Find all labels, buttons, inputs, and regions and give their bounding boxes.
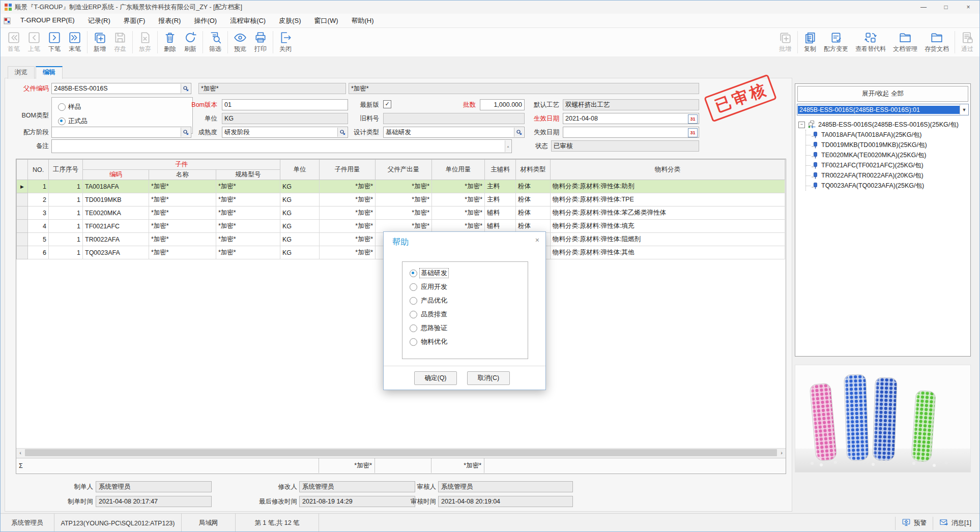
- dialog-radio-option[interactable]: 应用开发: [410, 282, 528, 291]
- table-cell[interactable]: TR0022AFA: [83, 233, 149, 246]
- table-row[interactable]: 41TF0021AFC*加密**加密*KG*加密**加密**加密*辅料粉体物料分…: [17, 220, 785, 233]
- scroll-left-icon[interactable]: ‹: [16, 449, 24, 457]
- remark-field[interactable]: ▲▼: [51, 139, 512, 153]
- tab-browse[interactable]: 浏览: [8, 66, 35, 79]
- table-cell[interactable]: *加密*: [320, 180, 376, 193]
- minimize-button[interactable]: —: [912, 1, 935, 14]
- column-header-seq[interactable]: 工序序号: [49, 160, 83, 180]
- lookup-icon[interactable]: [337, 128, 347, 137]
- column-header[interactable]: 材料类型: [516, 160, 551, 180]
- latest-version-checkbox[interactable]: ✓: [383, 100, 391, 108]
- table-cell[interactable]: *加密*: [149, 180, 216, 193]
- close-icon[interactable]: ×: [535, 236, 539, 244]
- formula-stage-field[interactable]: [51, 127, 191, 138]
- table-cell[interactable]: *加密*: [432, 180, 485, 193]
- table-cell[interactable]: 主料: [485, 180, 516, 193]
- dialog-radio-option[interactable]: 品质排查: [410, 310, 528, 319]
- column-header[interactable]: 主辅料: [485, 160, 516, 180]
- table-cell[interactable]: 1: [28, 180, 49, 193]
- table-cell[interactable]: *加密*: [149, 206, 216, 220]
- menu-item[interactable]: T-GROUP ERP(E): [14, 14, 81, 27]
- table-cell[interactable]: TQ0023AFA: [83, 246, 149, 259]
- column-header[interactable]: 单位: [280, 160, 320, 180]
- table-cell[interactable]: 1: [49, 193, 83, 206]
- table-cell[interactable]: 物料分类:原材料:弹性体:苯乙烯类弹性体: [551, 206, 785, 220]
- table-cell[interactable]: *加密*: [432, 220, 485, 233]
- column-header[interactable]: 子件用量: [320, 160, 376, 180]
- table-cell[interactable]: KG: [280, 180, 320, 193]
- lookup-icon[interactable]: [514, 128, 524, 137]
- table-cell[interactable]: 粉体: [516, 180, 551, 193]
- status-message-button[interactable]: 消息[1]: [933, 518, 977, 528]
- table-cell[interactable]: 辅料: [485, 206, 516, 220]
- table-cell[interactable]: KG: [280, 233, 320, 246]
- batch-field[interactable]: 1,000.000: [480, 99, 525, 110]
- menu-item[interactable]: 窗口(W): [308, 14, 345, 27]
- column-header-no[interactable]: NO.: [28, 160, 49, 180]
- restore-button[interactable]: □: [935, 1, 957, 14]
- table-cell[interactable]: *加密*: [149, 246, 216, 259]
- column-header[interactable]: 父件产出量: [376, 160, 432, 180]
- table-cell[interactable]: KG: [280, 246, 320, 259]
- tree-item[interactable]: TQ0023AFA(TQ0023AFA)(25KG/包): [806, 181, 969, 191]
- dialog-radio-option[interactable]: 产品优化: [410, 296, 528, 305]
- tree-item[interactable]: TF0021AFC(TF0021AFC)(25KG/包): [806, 160, 969, 170]
- toolbar-button-doc-edit[interactable]: 配方变更: [820, 31, 852, 54]
- status-alert-button[interactable]: 预警: [896, 518, 933, 528]
- table-cell[interactable]: 4: [28, 220, 49, 233]
- table-cell[interactable]: 6: [28, 246, 49, 259]
- maturity-field[interactable]: 研发阶段: [222, 127, 348, 138]
- column-subheader[interactable]: 名称: [149, 170, 216, 180]
- table-cell[interactable]: 粉体: [516, 220, 551, 233]
- table-cell[interactable]: 辅料: [485, 220, 516, 233]
- menu-item[interactable]: 界面(F): [117, 14, 152, 27]
- table-cell[interactable]: TA0018AFA: [83, 180, 149, 193]
- table-cell[interactable]: 主料: [485, 193, 516, 206]
- ok-button[interactable]: 确定(Q): [414, 371, 457, 385]
- table-cell[interactable]: *加密*: [216, 246, 280, 259]
- table-cell[interactable]: 物料分类:原材料:弹性体:其他: [551, 246, 785, 259]
- tree-item[interactable]: TD0019MKB(TD0019MKB)(25KG/包): [806, 140, 969, 150]
- radio-official[interactable]: 正式品: [58, 117, 88, 126]
- bom-version-combo[interactable]: 2485B-ESS-0016S(2485B-ESS-0016S):01 ▼: [797, 104, 969, 115]
- scroll-right-icon[interactable]: ›: [777, 449, 786, 457]
- table-cell[interactable]: TE0020MKA: [83, 206, 149, 220]
- table-cell[interactable]: *加密*: [432, 193, 485, 206]
- toolbar-button-nav-last[interactable]: 末笔: [65, 31, 85, 54]
- row-marker-header[interactable]: [17, 160, 28, 180]
- table-row[interactable]: 31TE0020MKA*加密**加密*KG*加密**加密**加密*辅料粉体物料分…: [17, 206, 785, 220]
- radio-sample[interactable]: 样品: [58, 103, 81, 111]
- horizontal-scrollbar[interactable]: ‹ ›: [16, 448, 786, 457]
- expiry-date-field[interactable]: 31: [563, 127, 699, 138]
- table-cell[interactable]: *加密*: [320, 206, 376, 220]
- toolbar-button-substitute[interactable]: 查看替代料: [852, 31, 889, 54]
- calendar-icon[interactable]: 31: [688, 114, 698, 124]
- table-cell[interactable]: *加密*: [376, 206, 432, 220]
- calendar-icon[interactable]: 31: [688, 128, 698, 137]
- toolbar-button-copy[interactable]: 复制: [800, 31, 820, 54]
- table-cell[interactable]: *加密*: [149, 220, 216, 233]
- table-cell[interactable]: KG: [280, 220, 320, 233]
- table-cell[interactable]: *加密*: [432, 206, 485, 220]
- table-cell[interactable]: *加密*: [216, 233, 280, 246]
- design-type-field[interactable]: 基础研发: [383, 127, 525, 138]
- table-cell[interactable]: 1: [49, 180, 83, 193]
- column-header[interactable]: 物料分类: [551, 160, 785, 180]
- table-cell[interactable]: 1: [49, 246, 83, 259]
- toolbar-button-add[interactable]: 新增: [90, 31, 110, 54]
- toolbar-button-exit[interactable]: 关闭: [275, 31, 296, 54]
- menu-item[interactable]: 流程审核(C): [223, 14, 272, 27]
- collapse-icon[interactable]: −: [798, 122, 805, 128]
- expand-collapse-all-button[interactable]: 展开/收起 全部: [797, 86, 968, 102]
- dialog-radio-option[interactable]: 基础研发: [410, 269, 528, 278]
- table-cell[interactable]: *加密*: [216, 180, 280, 193]
- column-header[interactable]: 单位用量: [432, 160, 485, 180]
- table-cell[interactable]: 5: [28, 233, 49, 246]
- tree-item[interactable]: TE0020MKA(TE0020MKA)(25KG/包): [806, 150, 969, 160]
- scrollbar-thumb[interactable]: [25, 449, 777, 456]
- toolbar-button-refresh[interactable]: 刷新: [180, 31, 200, 54]
- table-cell[interactable]: 物料分类:原材料:弹性体:TPE: [551, 193, 785, 206]
- toolbar-button-print[interactable]: 打印: [250, 31, 271, 54]
- table-cell[interactable]: 1: [49, 233, 83, 246]
- table-cell[interactable]: 物料分类:原材料:弹性体:助剂: [551, 180, 785, 193]
